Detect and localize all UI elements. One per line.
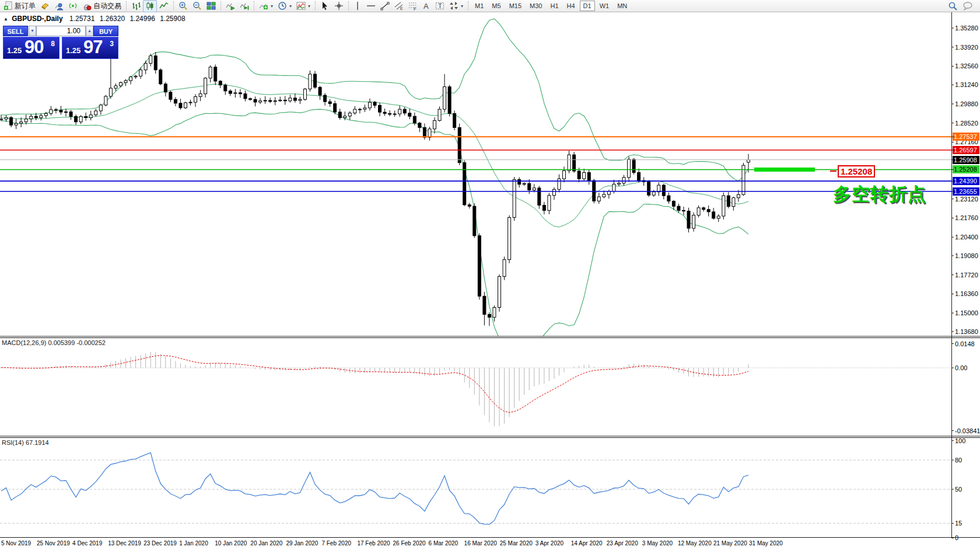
sell-price-prefix: 1.25: [7, 46, 22, 55]
arrows-button[interactable]: [447, 0, 466, 12]
annotation-price-label[interactable]: 1.25208: [838, 165, 875, 177]
indicators-icon: [259, 1, 268, 11]
svg-text:T: T: [438, 2, 442, 9]
indicators-button[interactable]: [257, 0, 275, 12]
volume-down-button[interactable]: ▼: [29, 26, 36, 36]
toolbar-separator: [173, 1, 174, 11]
bollinger-lower-line: [1, 109, 748, 348]
timeframe-button-MN[interactable]: MN: [614, 1, 631, 11]
horizontal-line-button[interactable]: [364, 0, 378, 12]
sell-price-box[interactable]: 1.25 90 8: [3, 37, 60, 59]
symbol-title: GBPUSD-,Daily: [12, 15, 62, 23]
auto-trading-label: 自动交易: [93, 1, 121, 11]
toolbar-separator: [126, 1, 127, 11]
timeframe-button-M5[interactable]: M5: [488, 1, 504, 11]
market-watch-icon: [40, 1, 50, 11]
search-button[interactable]: [946, 0, 960, 12]
clock-icon: [278, 1, 287, 11]
timeframe-button-W1[interactable]: W1: [596, 1, 613, 11]
vertical-line-button[interactable]: [351, 0, 364, 12]
candlestick-chart-icon: [145, 1, 155, 11]
sell-price-big: 90: [24, 37, 43, 58]
annotation-text[interactable]: 多空转折点: [833, 182, 926, 207]
timeframe-button-D1[interactable]: D1: [580, 1, 595, 11]
main-pane: [0, 19, 750, 348]
terminal-window: 新订单 自动交易: [0, 0, 980, 550]
zoom-out-button[interactable]: [190, 0, 204, 12]
new-order-icon: [4, 1, 13, 11]
timeframe-button-M30[interactable]: M30: [526, 1, 545, 11]
tile-windows-icon: [206, 1, 216, 11]
chart-candles-button[interactable]: [143, 0, 157, 12]
rsi-label: RSI(14) 67.1914: [2, 439, 49, 446]
volume-up-button[interactable]: ▲: [86, 26, 93, 36]
ohlc-low: 1.24996: [130, 15, 155, 23]
timeframe-button-M1[interactable]: M1: [471, 1, 487, 11]
chat-icon: [963, 1, 973, 11]
chart-shift-button[interactable]: [237, 0, 251, 12]
zoom-in-icon: [178, 1, 188, 11]
chart-header: ▲ GBPUSD-,Daily 1.25731 1.26320 1.24996 …: [4, 15, 186, 23]
svg-text:F: F: [414, 6, 416, 11]
rsi-pane: [0, 452, 951, 524]
auto-scroll-icon: [226, 1, 235, 11]
auto-scroll-button[interactable]: [223, 0, 237, 12]
signals-button[interactable]: [66, 0, 80, 12]
svg-text:E: E: [400, 6, 403, 11]
text-label-icon: T: [435, 1, 444, 11]
volume-input[interactable]: 1.00: [36, 26, 86, 36]
auto-trading-button[interactable]: 自动交易: [80, 0, 124, 12]
arrows-icon: [449, 1, 459, 11]
toolbar-right-group: [946, 0, 979, 12]
buy-price-box[interactable]: 1.25 97 3: [62, 37, 118, 59]
annotation-connector: [830, 170, 836, 172]
tile-windows-button[interactable]: [204, 0, 218, 12]
collapse-arrow-icon[interactable]: ▲: [4, 16, 8, 22]
ohlc-high: 1.26320: [100, 15, 125, 23]
trendline-button[interactable]: [378, 0, 392, 12]
zoom-in-button[interactable]: [176, 0, 190, 12]
chart-line-button[interactable]: [157, 0, 171, 12]
cursor-button[interactable]: [318, 0, 332, 12]
horizontal-line-icon: [366, 1, 376, 11]
crosshair-icon: [334, 1, 344, 11]
bar-chart-icon: [131, 1, 141, 11]
auto-trading-icon: [82, 1, 92, 11]
fibonacci-button[interactable]: F: [406, 0, 420, 12]
timeframe-button-M15[interactable]: M15: [506, 1, 525, 11]
toolbar-separator: [254, 1, 254, 11]
one-click-trading-panel: SELL ▼ 1.00 ▲ BUY 1.25 90 8 1.25 97 3: [3, 26, 118, 59]
text-icon: A: [422, 1, 430, 11]
buy-price-prefix: 1.25: [66, 46, 80, 55]
toolbar-separator: [220, 1, 221, 11]
timeframe-button-H1[interactable]: H1: [547, 1, 562, 11]
new-order-button[interactable]: 新订单: [1, 0, 38, 12]
vertical-line-icon: [354, 1, 362, 11]
market-watch-button[interactable]: [38, 0, 52, 12]
periods-button[interactable]: [275, 0, 294, 12]
signals-icon: [68, 1, 78, 11]
crosshair-button[interactable]: [332, 0, 346, 12]
svg-text:A: A: [424, 2, 429, 11]
buy-button[interactable]: BUY: [93, 26, 118, 36]
ohlc-open: 1.25731: [69, 15, 94, 23]
toolbar-separator: [315, 1, 316, 11]
highlight-bar[interactable]: [754, 168, 815, 172]
templates-icon: [296, 1, 306, 11]
chart-plot[interactable]: [0, 0, 980, 550]
chart-bars-button[interactable]: [129, 0, 143, 12]
macd-label: MACD(12,26,9) 0.005399 -0.000252: [2, 339, 106, 346]
equidistant-channel-icon: E: [394, 1, 404, 11]
macd-pane: [0, 352, 951, 427]
ohlc-close: 1.25908: [160, 15, 185, 23]
equidistant-channel-button[interactable]: E: [392, 0, 406, 12]
toolbar: 新订单 自动交易: [0, 0, 980, 12]
chat-button[interactable]: [960, 0, 975, 12]
profile-button[interactable]: [52, 0, 66, 12]
timeframe-button-H4[interactable]: H4: [564, 1, 579, 11]
text-label-button[interactable]: T: [433, 0, 447, 12]
templates-button[interactable]: [294, 0, 313, 12]
text-button[interactable]: A: [420, 0, 433, 12]
timeframe-group: M1M5M15M30H1H4D1W1MN: [471, 1, 631, 11]
sell-button[interactable]: SELL: [3, 26, 28, 36]
